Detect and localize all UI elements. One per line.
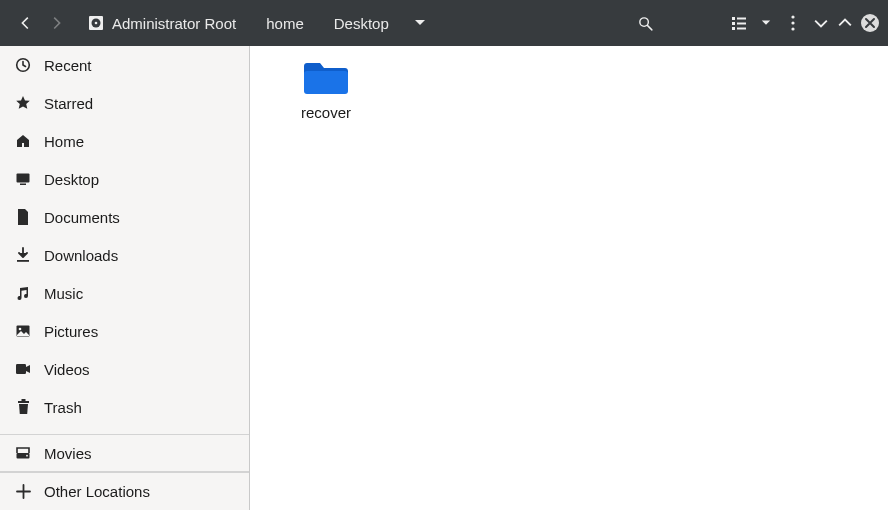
sidebar-item-label: Trash [44,399,82,416]
folder-item-recover[interactable]: recover [278,58,374,121]
view-menu-button[interactable] [756,8,776,38]
document-icon [14,209,32,225]
music-icon [14,285,32,301]
svg-rect-23 [21,399,25,401]
pictures-icon [14,323,32,339]
window-maximize-button[interactable] [834,8,856,38]
sidebar-item-videos[interactable]: Videos [0,350,249,388]
sidebar-item-label: Desktop [44,171,99,188]
sidebar-item-label: Pictures [44,323,98,340]
sidebar-item-label: Music [44,285,83,302]
window-minimize-button[interactable] [810,8,832,38]
sidebar-item-label: Movies [44,445,92,462]
svg-point-20 [19,328,22,331]
path-segment-root[interactable]: Administrator Root [80,6,250,40]
svg-rect-26 [304,71,348,94]
path-menu-button[interactable] [405,8,435,38]
back-icon [16,14,34,32]
path-bar: Administrator Root home Desktop [80,6,435,40]
search-icon [637,15,654,32]
header-bar: Administrator Root home Desktop [0,0,888,46]
sidebar-item-label: Home [44,133,84,150]
sidebar-item-label: Other Locations [44,483,150,500]
svg-rect-9 [732,27,735,30]
back-button[interactable] [10,8,40,38]
svg-rect-18 [17,260,29,262]
clock-icon [14,57,32,73]
forward-button[interactable] [42,8,72,38]
path-segment-desktop[interactable]: Desktop [320,6,403,40]
svg-rect-6 [737,18,746,20]
svg-point-13 [791,27,794,30]
sidebar-item-movies[interactable]: Movies [0,434,249,472]
plus-icon [14,484,32,499]
path-segment-desktop-label: Desktop [334,15,389,32]
chevron-down-icon [814,16,828,30]
svg-point-25 [26,455,28,457]
videos-icon [14,361,32,377]
svg-rect-8 [737,23,746,25]
folder-icon [302,60,350,96]
sidebar-item-documents[interactable]: Documents [0,198,249,236]
sidebar-item-desktop[interactable]: Desktop [0,160,249,198]
view-list-icon [731,15,747,31]
sidebar-item-downloads[interactable]: Downloads [0,236,249,274]
file-item-label: recover [301,104,351,121]
sidebar-item-recent[interactable]: Recent [0,46,249,84]
sidebar-item-pictures[interactable]: Pictures [0,312,249,350]
svg-point-11 [791,15,794,18]
path-segment-home[interactable]: home [252,6,318,40]
search-button[interactable] [630,8,660,38]
app-body: Recent Starred Home Desktop [0,46,888,510]
view-list-button[interactable] [724,8,754,38]
svg-rect-5 [732,17,735,20]
svg-rect-7 [732,22,735,25]
sidebar-item-label: Recent [44,57,92,74]
trash-icon [14,399,32,415]
sidebar-item-label: Videos [44,361,90,378]
svg-point-12 [791,21,794,24]
sidebar-item-music[interactable]: Music [0,274,249,312]
svg-line-4 [647,25,651,29]
svg-rect-10 [737,28,746,30]
sidebar-item-label: Downloads [44,247,118,264]
chevron-down-icon [414,17,426,29]
forward-icon [48,14,66,32]
desktop-icon [14,171,32,187]
svg-rect-22 [18,401,29,403]
sidebar-item-label: Starred [44,95,93,112]
window-close-button[interactable] [858,8,882,38]
disk-icon [88,15,104,31]
svg-rect-16 [17,174,30,183]
sidebar-item-label: Documents [44,209,120,226]
sidebar-item-starred[interactable]: Starred [0,84,249,122]
svg-point-3 [639,17,648,25]
chevron-up-icon [838,16,852,30]
close-icon [860,13,880,33]
sidebar-item-other-locations[interactable]: Other Locations [0,472,249,510]
sidebar: Recent Starred Home Desktop [0,46,250,510]
star-icon [14,95,32,111]
sidebar-scroll: Recent Starred Home Desktop [0,46,249,434]
path-segment-home-label: home [266,15,304,32]
icon-grid: recover [250,46,888,133]
overflow-menu-button[interactable] [778,8,808,38]
content-pane[interactable]: recover [250,46,888,510]
header-right [662,8,882,38]
svg-point-2 [95,22,98,25]
chevron-down-icon [761,18,771,28]
home-icon [14,133,32,149]
download-icon [14,247,32,263]
sidebar-item-home[interactable]: Home [0,122,249,160]
svg-rect-17 [20,184,26,186]
svg-rect-21 [16,364,26,374]
overflow-menu-icon [791,15,795,31]
drive-icon [14,445,32,461]
path-segment-root-label: Administrator Root [112,15,236,32]
sidebar-item-trash[interactable]: Trash [0,388,249,426]
